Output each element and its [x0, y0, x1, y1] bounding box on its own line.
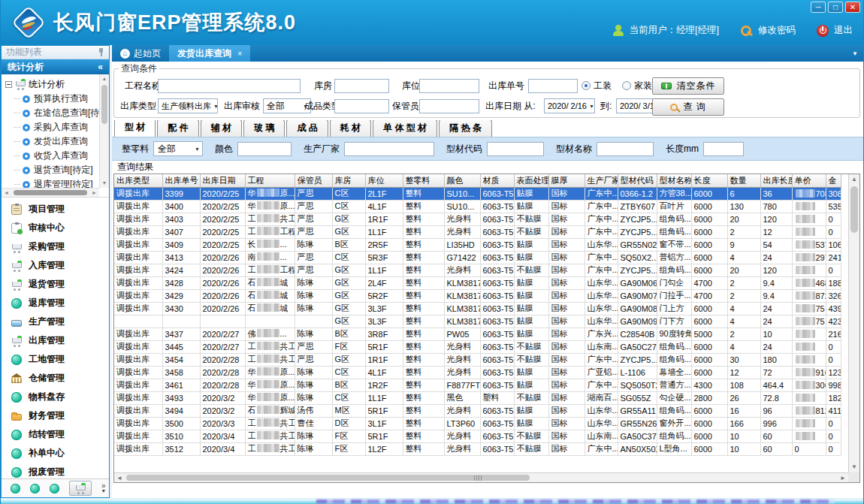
sidebar-section-header[interactable]: 统计分析 «: [2, 59, 109, 74]
logout-link[interactable]: 退出: [834, 24, 853, 37]
column-header[interactable]: 材质: [480, 174, 514, 187]
column-header[interactable]: 长度: [691, 174, 727, 187]
sidebar-module-item[interactable]: 出库管理: [2, 331, 109, 350]
material-tab[interactable]: 耗 材: [330, 119, 371, 137]
column-header[interactable]: 单价: [792, 174, 826, 187]
tree-horizontal-scrollbar[interactable]: ◄ ►: [2, 188, 99, 197]
column-header[interactable]: 出库长度: [760, 174, 792, 187]
column-header[interactable]: 生产厂家: [585, 174, 618, 187]
scroll-left-icon[interactable]: ◄: [4, 189, 9, 198]
table-row[interactable]: 调拨出库 3428 2020/2/26 石城 陈琳 G区 2L4F 整料 KLM…: [114, 276, 841, 289]
column-header[interactable]: 数量: [727, 174, 760, 187]
profile-code-input[interactable]: [487, 142, 544, 156]
scroll-left-icon[interactable]: ◄: [116, 473, 122, 483]
column-header[interactable]: 型材名称: [657, 174, 691, 187]
tab-overflow-arrow-icon[interactable]: ▼: [852, 50, 858, 57]
scroll-right-icon[interactable]: ►: [92, 189, 97, 198]
date-from-picker[interactable]: 2020/ 2/16▼: [544, 98, 595, 113]
scrollbar-thumb[interactable]: [126, 475, 530, 481]
table-row[interactable]: G区 3L3F 整料 KLM3817 6063-T5 贴膜 国标 山东华... …: [114, 315, 841, 327]
whole-part-select[interactable]: 全部▼: [153, 141, 203, 156]
scroll-right-icon[interactable]: ►: [840, 473, 846, 483]
sidebar-module-item[interactable]: 采购管理: [2, 237, 109, 256]
tab-close-icon[interactable]: ×: [237, 49, 242, 58]
material-tab[interactable]: 玻 璃: [243, 119, 285, 137]
material-tab[interactable]: 隔 热 条: [439, 119, 492, 137]
close-button[interactable]: ✕: [845, 2, 860, 13]
column-header[interactable]: 保管员: [295, 174, 332, 187]
column-header[interactable]: 出库日期: [200, 174, 245, 187]
clear-conditions-button[interactable]: 清空条件: [652, 77, 724, 95]
sidebar-module-item[interactable]: 结转管理: [2, 425, 109, 444]
scroll-down-icon[interactable]: ▼: [849, 462, 859, 472]
tree-vertical-scrollbar[interactable]: ▲ ▼: [99, 74, 109, 188]
table-row[interactable]: 调拨出库 3403 2020/2/25 工共工程 严思 G区 1R1F 整料 光…: [114, 213, 841, 225]
tree-item[interactable]: 发货出库查询: [2, 134, 109, 149]
tree-collapse-icon[interactable]: [5, 81, 12, 88]
sidebar-module-item[interactable]: 工地管理: [2, 350, 109, 369]
table-row[interactable]: 调拨出库 3445 2020/2/27 工共工程 严思 F区 5R1F 整料 光…: [114, 340, 841, 353]
table-row[interactable]: 调拨出库 3458 2020/2/28 华原... 陈琳 C区 4L1F 整料 …: [114, 366, 841, 379]
collapse-icon[interactable]: «: [98, 62, 103, 72]
column-header[interactable]: 出库类型: [114, 174, 162, 187]
column-header[interactable]: 金: [826, 174, 841, 187]
search-button[interactable]: 查 询: [652, 98, 724, 116]
product-type-input[interactable]: [334, 99, 389, 113]
sidebar-module-item[interactable]: 报废管理: [2, 463, 109, 478]
table-row[interactable]: 调拨出库 3493 2020/3/2 华原... 陈琳 C区 1L1F 整料 黑…: [114, 391, 841, 404]
sidebar-module-item[interactable]: 审核中心: [2, 219, 109, 237]
scrollbar-thumb[interactable]: [101, 85, 107, 124]
maximize-button[interactable]: □: [828, 2, 843, 13]
sidebar-module-item[interactable]: 仓储管理: [2, 369, 109, 388]
more-buttons-chevron[interactable]: »▾: [101, 483, 106, 493]
tree-item[interactable]: 采购入库查询: [2, 120, 109, 134]
table-row[interactable]: 调拨出库 3437 2020/2/27 佛... 陈琳 B区 3R8F 整料 P…: [114, 327, 841, 340]
material-tab[interactable]: 单 体 型 材: [373, 119, 437, 137]
tab-home[interactable]: ⌂ 起始页: [112, 45, 169, 62]
table-row[interactable]: 调拨出库 3409 2020/2/25 长... 陈琳 B区 2R5F 整料 L…: [114, 238, 841, 251]
material-tab[interactable]: 配 件: [157, 119, 198, 137]
scroll-up-icon[interactable]: ▲: [100, 74, 109, 83]
column-header[interactable]: 库房: [332, 174, 365, 187]
column-header[interactable]: 型材代码: [618, 174, 657, 187]
minimize-button[interactable]: ─: [811, 2, 826, 13]
keeper-input[interactable]: [419, 99, 479, 113]
table-row[interactable]: 调拨出库 3399 2020/2/25 华原... 严思 C区 2L1F 整料 …: [114, 187, 841, 200]
order-no-input[interactable]: [528, 79, 578, 93]
change-password-link[interactable]: 修改密码: [758, 24, 796, 37]
column-header[interactable]: 颜色: [444, 174, 480, 187]
sidebar-module-item[interactable]: 财务管理: [2, 406, 109, 425]
table-row[interactable]: 调拨出库 3407 2020/2/25 工工程 严思 G区 1L1F 整料 光身…: [114, 225, 841, 238]
tree-item[interactable]: 预算执行查询: [2, 92, 109, 106]
circle-teal-icon[interactable]: [30, 484, 40, 493]
manufacturer-input[interactable]: [344, 142, 434, 156]
tree-root-statistics[interactable]: 统计分析: [2, 77, 109, 92]
table-row[interactable]: 调拨出库 3400 2020/2/25 华原... 严思 C区 4L1F 整料 …: [114, 200, 841, 213]
tree-item[interactable]: 在途信息查询[待: [2, 106, 109, 120]
material-tab[interactable]: 辅 材: [201, 119, 242, 137]
table-row[interactable]: 调拨出库 3494 2020/3/2 石辉城 汤伟 M区 5R1F 整料 光身料: [114, 404, 841, 417]
column-header[interactable]: 膜厚: [548, 174, 585, 187]
project-name-input[interactable]: [158, 79, 301, 93]
material-tab[interactable]: 型 材: [114, 119, 156, 137]
column-header[interactable]: 表面处理: [514, 174, 548, 187]
color-input[interactable]: [237, 142, 292, 156]
table-row[interactable]: 调拨出库 3429 2020/2/26 石城 陈琳 G区 5R2F 整料 KLM…: [114, 289, 841, 302]
table-row[interactable]: 调拨出库 3454 2020/2/28 工共工程 严思 G区 1R1F 整料 光…: [114, 353, 841, 366]
column-header[interactable]: 工程: [245, 174, 295, 187]
grid-horizontal-scrollbar[interactable]: ◄ ►: [114, 472, 848, 482]
warehouse-input[interactable]: [334, 79, 389, 93]
scrollbar-thumb[interactable]: [850, 186, 858, 233]
profile-name-input[interactable]: [597, 142, 654, 156]
scrollbar-grip[interactable]: [474, 475, 482, 481]
table-row[interactable]: 调拨出库 3461 2020/2/28 华原... 陈琳 B区 1R2F 整料 …: [114, 379, 841, 391]
sidebar-module-item[interactable]: 入库管理: [2, 256, 109, 275]
sidebar-module-item[interactable]: 物料盘存: [2, 388, 109, 406]
material-tab[interactable]: 成 品: [286, 119, 328, 137]
pin-icon[interactable]: [98, 48, 104, 56]
scroll-up-icon[interactable]: ▲: [849, 174, 859, 185]
tree-item[interactable]: 退货查询[待定]: [2, 163, 109, 177]
radio-gongzhuang[interactable]: 工装: [582, 78, 612, 93]
sidebar-module-item[interactable]: 补单中心: [2, 444, 109, 463]
length-input[interactable]: [703, 142, 744, 156]
